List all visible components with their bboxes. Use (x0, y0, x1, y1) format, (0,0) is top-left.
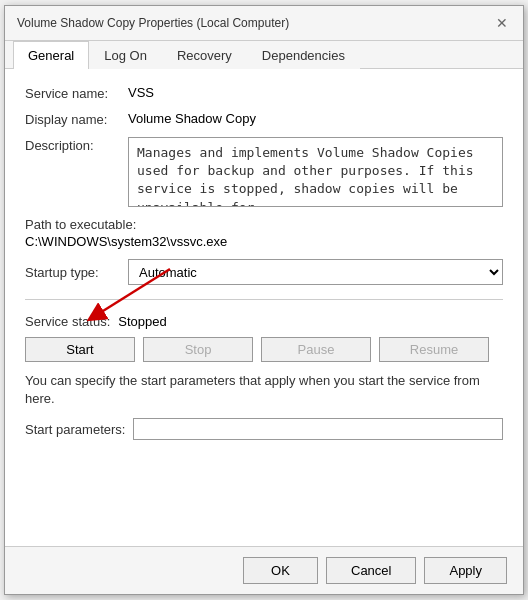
service-name-value: VSS (128, 85, 503, 100)
dialog-window: Volume Shadow Copy Properties (Local Com… (4, 5, 524, 595)
startup-row: Startup type: Automatic Manual Disabled (25, 259, 503, 285)
service-name-label: Service name: (25, 85, 120, 101)
path-value: C:\WINDOWS\system32\vssvc.exe (25, 234, 503, 249)
stop-button[interactable]: Stop (143, 337, 253, 362)
service-name-row: Service name: VSS (25, 85, 503, 101)
dialog-title: Volume Shadow Copy Properties (Local Com… (17, 16, 289, 30)
display-name-row: Display name: Volume Shadow Copy (25, 111, 503, 127)
start-params-label: Start parameters: (25, 422, 125, 437)
tab-general[interactable]: General (13, 41, 89, 69)
description-row: Description: (25, 137, 503, 207)
tab-bar: General Log On Recovery Dependencies (5, 41, 523, 69)
display-name-label: Display name: (25, 111, 120, 127)
status-row: Service status: Stopped (25, 314, 503, 329)
cancel-button[interactable]: Cancel (326, 557, 416, 584)
path-section: Path to executable: C:\WINDOWS\system32\… (25, 217, 503, 249)
tab-recovery[interactable]: Recovery (162, 41, 247, 69)
startup-label: Startup type: (25, 264, 120, 280)
start-button[interactable]: Start (25, 337, 135, 362)
start-params-input[interactable] (133, 418, 503, 440)
pause-button[interactable]: Pause (261, 337, 371, 362)
service-status-value: Stopped (118, 314, 166, 329)
content-area: Service name: VSS Display name: Volume S… (5, 69, 523, 546)
path-label: Path to executable: (25, 217, 503, 232)
info-text: You can specify the start parameters tha… (25, 372, 503, 408)
description-label: Description: (25, 137, 120, 153)
ok-button[interactable]: OK (243, 557, 318, 584)
description-input[interactable] (128, 137, 503, 207)
resume-button[interactable]: Resume (379, 337, 489, 362)
bottom-buttons: OK Cancel Apply (5, 546, 523, 594)
service-status-label: Service status: (25, 314, 110, 329)
start-params-row: Start parameters: (25, 418, 503, 440)
divider-1 (25, 299, 503, 300)
service-status-section: Service status: Stopped Start Stop Pause… (25, 314, 503, 362)
tab-dependencies[interactable]: Dependencies (247, 41, 360, 69)
startup-type-select[interactable]: Automatic Manual Disabled (128, 259, 503, 285)
display-name-value: Volume Shadow Copy (128, 111, 503, 126)
title-bar: Volume Shadow Copy Properties (Local Com… (5, 6, 523, 41)
service-control-buttons: Start Stop Pause Resume (25, 337, 503, 362)
tab-logon[interactable]: Log On (89, 41, 162, 69)
apply-button[interactable]: Apply (424, 557, 507, 584)
close-button[interactable]: ✕ (493, 14, 511, 32)
